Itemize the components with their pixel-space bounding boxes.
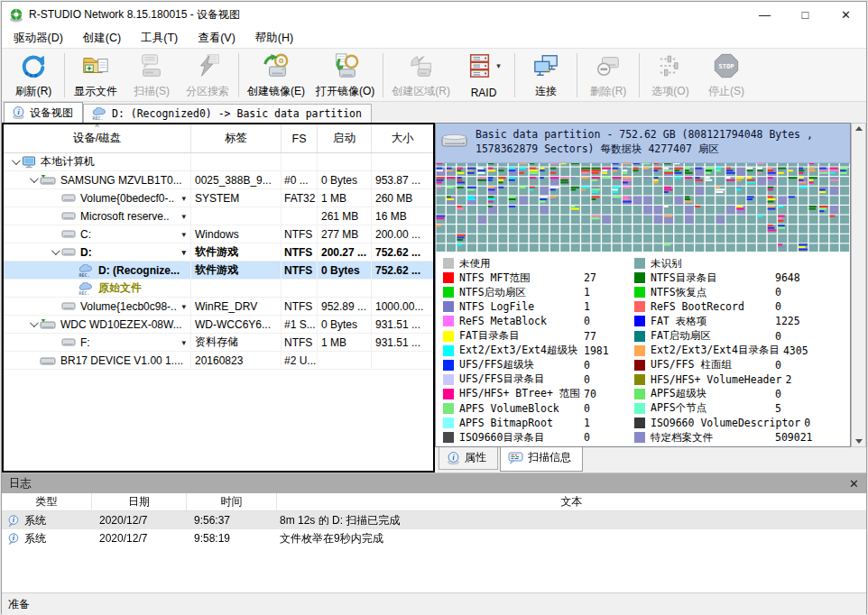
create-image-icon bbox=[263, 52, 290, 79]
maximize-button[interactable]: □ bbox=[785, 2, 826, 28]
raid-icon bbox=[466, 52, 494, 79]
minimize-button[interactable]: — bbox=[744, 2, 785, 28]
row-dropdown-icon[interactable]: ▾ bbox=[181, 194, 190, 203]
volume-icon bbox=[61, 193, 76, 203]
row-dropdown-icon[interactable]: ▾ bbox=[181, 230, 190, 239]
log-row[interactable]: i 系统 2020/12/7 9:58:19 文件枚举在9秒内完成 bbox=[2, 529, 866, 547]
legend-entry: NTFS启动扇区 1 bbox=[443, 285, 634, 299]
tree-row-local-computer[interactable]: 本地计算机 bbox=[4, 153, 433, 171]
legend-color-chip bbox=[443, 374, 454, 385]
rec-cloud-icon: REC. bbox=[78, 264, 94, 277]
show-files-icon bbox=[82, 52, 109, 79]
raid-dropdown-icon[interactable]: ▾ bbox=[496, 61, 501, 70]
scroll-down-icon[interactable] bbox=[855, 439, 863, 444]
menu-bar: 驱动器(D) 创建(C) 工具(T) 查看(V) 帮助(H) bbox=[2, 28, 866, 49]
legend-entry: NTFS MFT范围 27 bbox=[443, 271, 634, 285]
column-header-label[interactable]: 标签 bbox=[191, 124, 282, 152]
tab-recognized-partition[interactable]: REC. D: (Recognized0) -> Basic data part… bbox=[83, 104, 372, 123]
row-dropdown-icon[interactable]: ▾ bbox=[181, 248, 190, 257]
legend-color-chip bbox=[443, 287, 454, 298]
menu-tools[interactable]: 工具(T) bbox=[131, 28, 188, 49]
stop-icon: STOP bbox=[713, 52, 740, 79]
scan-button[interactable]: 扫描(S) bbox=[124, 50, 180, 100]
row-dropdown-icon[interactable]: ▾ bbox=[181, 212, 190, 221]
app-logo-icon bbox=[9, 8, 23, 23]
partition-search-button[interactable]: 分区搜索 bbox=[180, 50, 235, 100]
legend-entry: ReFS MetaBlock 0 bbox=[443, 314, 634, 328]
scroll-up-icon[interactable] bbox=[855, 126, 863, 131]
tree-row-c-drive[interactable]: C: ▾ WindowsNTFS277 MB200.00 ... bbox=[4, 225, 433, 243]
open-image-button[interactable]: 打开镜像(O) bbox=[310, 50, 380, 100]
log-column-time[interactable]: 时间 bbox=[187, 493, 277, 510]
legend-color-chip bbox=[443, 258, 454, 269]
log-empty-area bbox=[2, 547, 866, 592]
tree-row-volume-0bedecf0[interactable]: Volume{0bedecf0-.. ▾ SYSTEMFAT321 MB260 … bbox=[4, 189, 433, 207]
menu-view[interactable]: 查看(V) bbox=[188, 28, 245, 49]
menu-help[interactable]: 帮助(H) bbox=[245, 28, 303, 49]
legend-entry: NTFS恢复点 0 bbox=[634, 285, 850, 299]
tree-row-d-drive[interactable]: D: ▾ 软件游戏NTFS200.27 ...752.62 ... bbox=[4, 243, 433, 262]
tab-properties[interactable]: i 属性 bbox=[439, 447, 498, 470]
svg-text:REC.: REC. bbox=[93, 115, 104, 121]
log-close-icon[interactable]: ✕ bbox=[849, 477, 859, 491]
scan-icon bbox=[138, 52, 165, 79]
tree-row-br17-device[interactable]: BR17 DEVICE V1.00 1.... 20160823#2 U... bbox=[4, 352, 433, 370]
legend-color-chip bbox=[634, 316, 645, 326]
toolbar-separator bbox=[238, 53, 239, 97]
expander-icon[interactable] bbox=[47, 249, 61, 255]
log-panel: 日志 ✕ 类型 日期 时间 文本 i 系统 2020/12/7 9:56:37 … bbox=[2, 473, 866, 592]
view-tab-bar: i 设备视图 REC. D: (Recognized0) -> Basic da… bbox=[2, 102, 866, 123]
legend-entry: 未使用 bbox=[443, 256, 634, 271]
legend-entry: HFS/HFS+ VolumeHeader 2 bbox=[634, 372, 850, 387]
legend-entry: NTFS目录条目 9648 bbox=[634, 271, 850, 285]
expander-icon[interactable] bbox=[25, 177, 40, 183]
toolbar-separator bbox=[64, 53, 65, 97]
tree-row-f-drive[interactable]: F: ▾ 资料存储NTFS1 MB931.51 ... bbox=[4, 334, 433, 352]
menu-create[interactable]: 创建(C) bbox=[73, 28, 131, 49]
legend-entry: FAT 表格项 1225 bbox=[634, 314, 850, 328]
vertical-scrollbar[interactable] bbox=[851, 123, 866, 447]
stop-button[interactable]: STOP 停止(S) bbox=[698, 50, 754, 100]
column-header-device[interactable]: ^ 设备/磁盘 bbox=[4, 124, 191, 152]
create-region-button[interactable]: 创建区域(R) bbox=[386, 50, 456, 100]
log-column-date[interactable]: 日期 bbox=[92, 493, 187, 510]
tree-row-samsung-disk[interactable]: SAMSUNG MZVLB1T0... 0025_388B_9...#0 ...… bbox=[4, 171, 433, 189]
expander-icon[interactable] bbox=[25, 321, 40, 327]
tree-row-microsoft-reserved[interactable]: Microsoft reserve.. ▾ 261 MB16 MB bbox=[4, 207, 433, 225]
create-image-button[interactable]: 创建镜像(E) bbox=[242, 50, 310, 100]
close-button[interactable]: ✕ bbox=[826, 2, 866, 28]
row-dropdown-icon[interactable]: ▾ bbox=[181, 302, 190, 311]
column-header-size[interactable]: 大小 bbox=[372, 124, 433, 152]
scan-legend: 未使用 NTFS MFT范围 27 bbox=[436, 252, 850, 446]
log-column-type[interactable]: 类型 bbox=[2, 493, 92, 510]
raid-button[interactable]: ▾ RAID bbox=[456, 50, 512, 100]
legend-color-chip bbox=[634, 360, 645, 371]
info-icon: i bbox=[12, 106, 25, 119]
menu-drive[interactable]: 驱动器(D) bbox=[4, 28, 73, 49]
tree-row-volume-1ecb0c98[interactable]: Volume{1ecb0c98-.. ▾ WinRE_DRVNTFS952.89… bbox=[4, 298, 433, 316]
row-dropdown-icon[interactable]: ▾ bbox=[181, 338, 190, 347]
tree-row-raw-files[interactable]: REC. 原始文件 bbox=[4, 280, 433, 298]
info-tab-bar: i 属性 扫描信息 bbox=[435, 447, 866, 473]
delete-button[interactable]: 删除(R) bbox=[580, 50, 636, 100]
tab-scan-information[interactable]: 扫描信息 bbox=[500, 447, 583, 472]
log-column-text[interactable]: 文本 bbox=[277, 493, 866, 510]
rec-cloud-icon: REC. bbox=[91, 107, 107, 120]
tree-row-wdc-disk[interactable]: WDC WD10EZEX-08W... WD-WCC6Y6...#1 S...0… bbox=[4, 316, 433, 334]
legend-entry: APFS BitmapRoot 1 bbox=[443, 416, 634, 430]
computer-icon bbox=[22, 156, 36, 169]
legend-color-chip bbox=[634, 331, 645, 342]
options-button[interactable]: 选项(O) bbox=[642, 50, 698, 100]
tree-rows: 本地计算机 SAMSUNG MZVLB1T0... 0025_388B_9...… bbox=[4, 153, 433, 471]
tab-device-view[interactable]: i 设备视图 bbox=[4, 102, 83, 123]
show-files-button[interactable]: 显示文件 bbox=[68, 50, 124, 100]
legend-left-column: 未使用 NTFS MFT范围 27 bbox=[443, 256, 634, 446]
column-header-fs[interactable]: FS bbox=[282, 124, 318, 152]
scan-info-icon bbox=[508, 452, 523, 464]
connect-button[interactable]: 连接 bbox=[518, 50, 574, 100]
log-row[interactable]: i 系统 2020/12/7 9:56:37 8m 12s 的 D: 扫描已完成 bbox=[2, 511, 866, 529]
expander-icon[interactable] bbox=[7, 159, 22, 165]
refresh-button[interactable]: 刷新(R) bbox=[5, 50, 61, 100]
column-header-start[interactable]: 启动 bbox=[318, 124, 372, 152]
tree-row-d-recognized[interactable]: REC. D: (Recognize... 软件游戏NTFS0 Bytes752… bbox=[4, 262, 433, 280]
